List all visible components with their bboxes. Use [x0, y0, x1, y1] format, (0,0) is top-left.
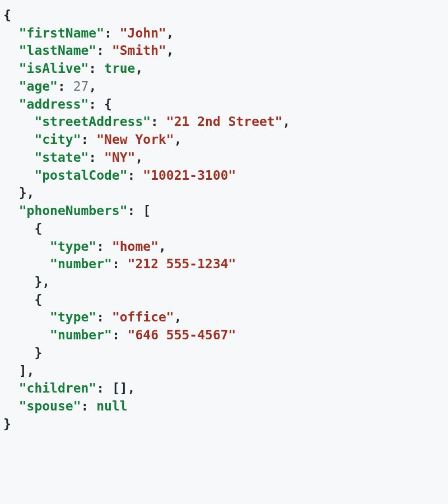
- json-value-number: "646 555-4567": [128, 328, 236, 342]
- json-value-postalcode: "10021-3100": [143, 168, 236, 183]
- json-key-age: "age": [19, 79, 58, 94]
- json-key-number: "number": [50, 256, 112, 271]
- json-key-number: "number": [50, 328, 112, 342]
- json-key-firstname: "firstName": [19, 26, 104, 40]
- json-key-isalive: "isAlive": [19, 61, 89, 76]
- json-value-state: "NY": [104, 150, 135, 165]
- brace-close: }: [34, 274, 42, 289]
- brace-open: {: [104, 97, 112, 111]
- json-key-phonenumbers: "phoneNumbers": [19, 203, 128, 218]
- brace-open: {: [34, 292, 42, 307]
- json-key-postalcode: "postalCode": [34, 168, 127, 183]
- brace-open: {: [34, 221, 42, 236]
- json-value-spouse: null: [96, 399, 127, 413]
- json-key-address: "address": [19, 97, 89, 111]
- json-key-lastname: "lastName": [19, 43, 96, 58]
- brace-close: }: [3, 417, 11, 431]
- json-key-spouse: "spouse": [19, 399, 81, 413]
- json-key-children: "children": [19, 381, 96, 395]
- json-value-type: "home": [112, 239, 158, 254]
- json-value-streetaddress: "21 2nd Street": [166, 114, 283, 129]
- json-code-block: { "firstName": "John", "lastName": "Smit…: [3, 7, 445, 433]
- json-key-city: "city": [34, 132, 81, 147]
- json-value-children: []: [112, 381, 128, 395]
- brace-close: }: [34, 346, 42, 360]
- json-value-city: "New York": [96, 132, 174, 147]
- brace-open: {: [3, 8, 11, 22]
- bracket-open: [: [143, 203, 151, 218]
- json-value-number: "212 555-1234": [128, 256, 236, 271]
- json-value-firstname: "John": [120, 26, 166, 40]
- json-value-type: "office": [112, 310, 174, 324]
- json-value-isalive: true: [104, 61, 135, 76]
- json-key-type: "type": [50, 239, 96, 254]
- brace-close: }: [19, 185, 27, 200]
- bracket-close: ]: [19, 363, 27, 378]
- json-value-lastname: "Smith": [112, 43, 166, 58]
- json-key-type: "type": [50, 310, 96, 324]
- json-key-state: "state": [34, 150, 88, 165]
- json-value-age: 27: [73, 79, 89, 94]
- json-key-streetaddress: "streetAddress": [34, 114, 151, 129]
